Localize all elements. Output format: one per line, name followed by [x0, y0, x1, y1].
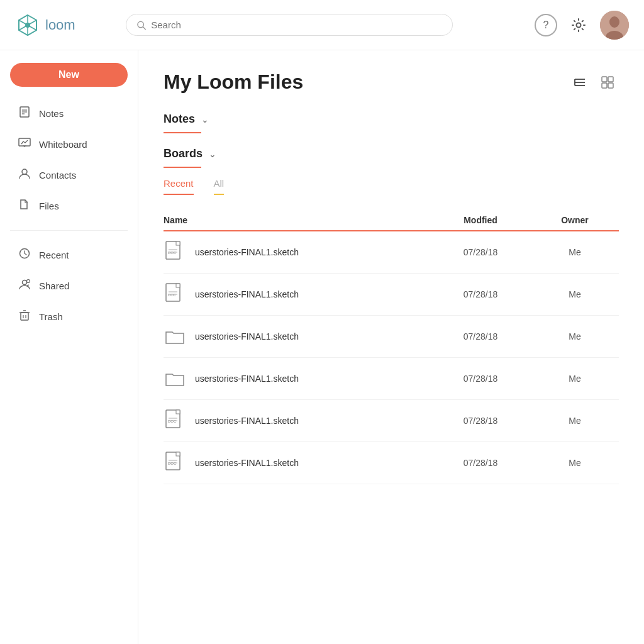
svg-point-14 [22, 169, 27, 174]
file-info: userstories-FINAL1.sketch [164, 323, 430, 350]
tab-all[interactable]: All [214, 178, 225, 195]
sidebar-item-shared[interactable]: Shared [10, 272, 128, 300]
tabs: Recent All [164, 178, 619, 195]
file-owner: Me [531, 416, 619, 426]
file-name: userstories-FINAL1.sketch [195, 416, 299, 426]
sidebar-item-shared-label: Shared [39, 280, 69, 291]
sidebar-item-notes[interactable]: Notes [10, 99, 128, 128]
recent-icon [18, 247, 31, 263]
boards-chevron-icon: ⌄ [209, 149, 216, 159]
doc-icon: DOC [165, 451, 185, 475]
logo: loom [15, 13, 116, 38]
boards-section-label: Boards [164, 147, 203, 160]
svg-point-3 [577, 23, 581, 27]
file-icon-container: DOC [164, 281, 186, 308]
file-name: userstories-FINAL1.sketch [195, 458, 299, 468]
table-header: Name Modfied Owner [164, 210, 619, 231]
svg-point-17 [27, 280, 30, 283]
files-icon [18, 198, 31, 214]
file-name: userstories-FINAL1.sketch [195, 374, 299, 384]
contacts-icon [18, 167, 31, 183]
sidebar: New Notes Whiteboar [0, 50, 138, 644]
view-toggle [569, 71, 619, 94]
file-owner: Me [531, 374, 619, 384]
svg-rect-32 [176, 242, 180, 245]
svg-point-16 [23, 280, 27, 285]
sidebar-item-whiteboard[interactable]: Whiteboard [10, 130, 128, 158]
file-list: DOC userstories-FINAL1.sketch 07/28/18 M… [164, 231, 619, 484]
sidebar-item-trash[interactable]: Trash [10, 303, 128, 331]
svg-rect-28 [608, 77, 613, 82]
search-input[interactable] [151, 19, 442, 30]
table-row[interactable]: userstories-FINAL1.sketch 07/28/18 Me [164, 316, 619, 358]
boards-section-header[interactable]: Boards ⌄ [164, 143, 619, 164]
folder-icon [165, 327, 185, 346]
sidebar-item-whiteboard-label: Whiteboard [39, 139, 87, 150]
file-info: DOC userstories-FINAL1.sketch [164, 450, 430, 476]
tab-recent[interactable]: Recent [164, 178, 194, 195]
doc-icon: DOC [165, 409, 185, 433]
svg-text:DOC: DOC [168, 419, 177, 423]
file-info: DOC userstories-FINAL1.sketch [164, 239, 430, 265]
sidebar-item-contacts[interactable]: Contacts [10, 161, 128, 189]
sidebar-item-recent-label: Recent [39, 250, 69, 260]
file-icon-container [164, 323, 186, 350]
search-bar[interactable] [126, 14, 453, 36]
logo-text: loom [45, 17, 75, 33]
svg-rect-27 [602, 77, 607, 82]
file-icon-container: DOC [164, 450, 186, 476]
settings-button[interactable] [567, 14, 590, 36]
file-owner: Me [531, 289, 619, 299]
header-actions: ? [535, 11, 629, 40]
sidebar-item-trash-label: Trash [39, 311, 63, 322]
grid-view-icon [601, 75, 614, 89]
shared-icon [18, 278, 31, 294]
table-row[interactable]: userstories-FINAL1.sketch 07/28/18 Me [164, 358, 619, 400]
table-row[interactable]: DOC userstories-FINAL1.sketch 07/28/18 M… [164, 274, 619, 316]
file-icon-container: DOC [164, 408, 186, 434]
notes-section-header[interactable]: Notes ⌄ [164, 109, 619, 130]
search-icon [136, 20, 146, 30]
doc-icon: DOC [165, 240, 185, 264]
svg-point-0 [25, 23, 30, 28]
main-layout: New Notes Whiteboar [0, 50, 644, 644]
svg-text:DOC: DOC [168, 462, 177, 465]
table-row[interactable]: DOC userstories-FINAL1.sketch 07/28/18 M… [164, 442, 619, 484]
svg-text:DOC: DOC [168, 251, 177, 255]
grid-view-button[interactable] [596, 71, 619, 94]
loom-logo-icon [15, 13, 40, 38]
file-owner: Me [531, 458, 619, 468]
avatar[interactable] [600, 11, 629, 40]
file-date: 07/28/18 [430, 374, 531, 384]
list-view-button[interactable] [569, 71, 591, 94]
svg-line-2 [143, 26, 145, 29]
svg-rect-30 [608, 83, 613, 88]
help-button[interactable]: ? [535, 14, 557, 36]
notes-underline [164, 132, 201, 133]
file-info: userstories-FINAL1.sketch [164, 365, 430, 392]
sidebar-item-files-label: Files [39, 201, 59, 211]
table-row[interactable]: DOC userstories-FINAL1.sketch 07/28/18 M… [164, 231, 619, 274]
svg-rect-37 [176, 284, 180, 287]
notes-icon [18, 106, 31, 121]
sidebar-item-recent[interactable]: Recent [10, 241, 128, 269]
boards-underline [164, 167, 201, 168]
notes-chevron-icon: ⌄ [201, 114, 209, 125]
file-date: 07/28/18 [430, 331, 531, 341]
notes-section-label: Notes [164, 113, 195, 126]
svg-text:DOC: DOC [168, 293, 177, 297]
column-name: Name [164, 215, 430, 225]
svg-rect-29 [602, 83, 607, 88]
sidebar-item-files[interactable]: Files [10, 192, 128, 220]
file-owner: Me [531, 331, 619, 341]
new-button[interactable]: New [10, 63, 128, 87]
avatar-image [600, 11, 629, 40]
doc-icon: DOC [165, 282, 185, 306]
table-row[interactable]: DOC userstories-FINAL1.sketch 07/28/18 M… [164, 400, 619, 442]
file-date: 07/28/18 [430, 247, 531, 257]
content-header: My Loom Files [164, 70, 619, 94]
sidebar-item-contacts-label: Contacts [39, 170, 76, 180]
file-date: 07/28/18 [430, 416, 531, 426]
file-info: DOC userstories-FINAL1.sketch [164, 408, 430, 434]
file-date: 07/28/18 [430, 458, 531, 468]
